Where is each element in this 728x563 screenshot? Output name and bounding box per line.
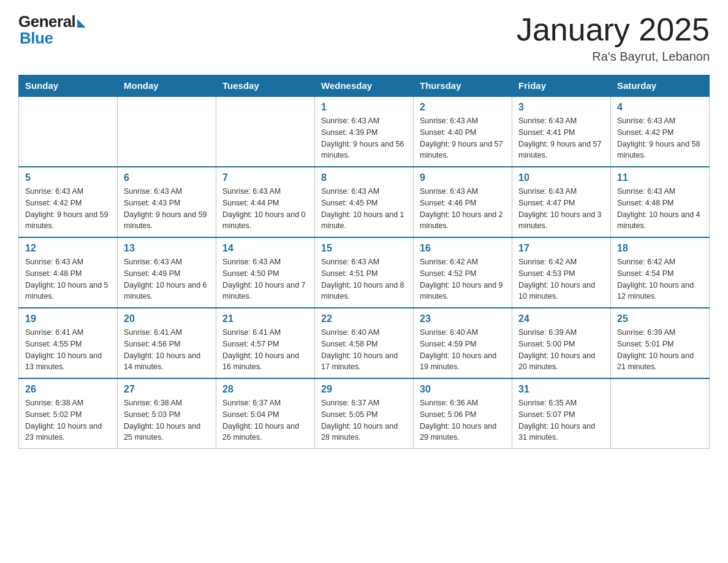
- calendar-week-row: 5Sunrise: 6:43 AM Sunset: 4:42 PM Daylig…: [19, 167, 710, 237]
- calendar-cell: [19, 96, 118, 167]
- weekday-header-tuesday: Tuesday: [216, 75, 315, 97]
- day-number: 1: [321, 102, 407, 113]
- calendar-cell: 22Sunrise: 6:40 AM Sunset: 4:58 PM Dayli…: [315, 308, 414, 378]
- day-info: Sunrise: 6:42 AM Sunset: 4:52 PM Dayligh…: [420, 256, 506, 302]
- day-info: Sunrise: 6:43 AM Sunset: 4:43 PM Dayligh…: [124, 186, 210, 232]
- day-number: 13: [124, 243, 210, 254]
- day-info: Sunrise: 6:43 AM Sunset: 4:44 PM Dayligh…: [222, 186, 308, 232]
- calendar-cell: 6Sunrise: 6:43 AM Sunset: 4:43 PM Daylig…: [118, 167, 216, 237]
- day-info: Sunrise: 6:41 AM Sunset: 4:57 PM Dayligh…: [222, 327, 308, 373]
- day-number: 15: [321, 243, 407, 254]
- calendar-week-row: 1Sunrise: 6:43 AM Sunset: 4:39 PM Daylig…: [19, 96, 710, 167]
- calendar-cell: 7Sunrise: 6:43 AM Sunset: 4:44 PM Daylig…: [216, 167, 315, 237]
- day-number: 22: [321, 313, 407, 324]
- day-info: Sunrise: 6:36 AM Sunset: 5:06 PM Dayligh…: [420, 397, 506, 443]
- day-info: Sunrise: 6:43 AM Sunset: 4:42 PM Dayligh…: [617, 115, 703, 161]
- calendar-cell: 3Sunrise: 6:43 AM Sunset: 4:41 PM Daylig…: [512, 96, 611, 167]
- day-info: Sunrise: 6:42 AM Sunset: 4:53 PM Dayligh…: [518, 256, 604, 302]
- day-info: Sunrise: 6:43 AM Sunset: 4:50 PM Dayligh…: [222, 256, 308, 302]
- weekday-header-sunday: Sunday: [19, 75, 118, 97]
- calendar-week-row: 19Sunrise: 6:41 AM Sunset: 4:55 PM Dayli…: [19, 308, 710, 378]
- calendar-cell: 24Sunrise: 6:39 AM Sunset: 5:00 PM Dayli…: [512, 308, 611, 378]
- page-header: General Blue January 2025 Ra's Bayrut, L…: [18, 12, 710, 64]
- day-number: 28: [222, 384, 308, 395]
- day-number: 4: [617, 102, 703, 113]
- calendar-cell: 11Sunrise: 6:43 AM Sunset: 4:48 PM Dayli…: [611, 167, 710, 237]
- day-number: 14: [222, 243, 308, 254]
- day-number: 18: [617, 243, 703, 254]
- calendar-cell: 15Sunrise: 6:43 AM Sunset: 4:51 PM Dayli…: [315, 237, 414, 308]
- day-info: Sunrise: 6:43 AM Sunset: 4:51 PM Dayligh…: [321, 256, 407, 302]
- day-number: 20: [124, 313, 210, 324]
- day-info: Sunrise: 6:43 AM Sunset: 4:40 PM Dayligh…: [420, 115, 506, 161]
- calendar-cell: 10Sunrise: 6:43 AM Sunset: 4:47 PM Dayli…: [512, 167, 611, 237]
- day-number: 23: [420, 313, 506, 324]
- calendar-cell: 28Sunrise: 6:37 AM Sunset: 5:04 PM Dayli…: [216, 378, 315, 449]
- calendar-cell: [118, 96, 216, 167]
- day-info: Sunrise: 6:43 AM Sunset: 4:42 PM Dayligh…: [25, 186, 111, 232]
- logo-blue-text: Blue: [18, 29, 53, 48]
- day-info: Sunrise: 6:38 AM Sunset: 5:03 PM Dayligh…: [124, 397, 210, 443]
- day-number: 6: [124, 172, 210, 183]
- calendar-cell: 14Sunrise: 6:43 AM Sunset: 4:50 PM Dayli…: [216, 237, 315, 308]
- calendar-cell: 18Sunrise: 6:42 AM Sunset: 4:54 PM Dayli…: [611, 237, 710, 308]
- calendar-cell: 23Sunrise: 6:40 AM Sunset: 4:59 PM Dayli…: [414, 308, 512, 378]
- day-number: 2: [420, 102, 506, 113]
- calendar-cell: 27Sunrise: 6:38 AM Sunset: 5:03 PM Dayli…: [118, 378, 216, 449]
- calendar-cell: 31Sunrise: 6:35 AM Sunset: 5:07 PM Dayli…: [512, 378, 611, 449]
- calendar-header-row: SundayMondayTuesdayWednesdayThursdayFrid…: [19, 75, 710, 97]
- day-info: Sunrise: 6:38 AM Sunset: 5:02 PM Dayligh…: [25, 397, 111, 443]
- day-info: Sunrise: 6:41 AM Sunset: 4:56 PM Dayligh…: [124, 327, 210, 373]
- calendar-cell: 26Sunrise: 6:38 AM Sunset: 5:02 PM Dayli…: [19, 378, 118, 449]
- calendar-cell: 8Sunrise: 6:43 AM Sunset: 4:45 PM Daylig…: [315, 167, 414, 237]
- day-info: Sunrise: 6:43 AM Sunset: 4:49 PM Dayligh…: [124, 256, 210, 302]
- day-number: 12: [25, 243, 111, 254]
- day-info: Sunrise: 6:37 AM Sunset: 5:04 PM Dayligh…: [222, 397, 308, 443]
- day-info: Sunrise: 6:43 AM Sunset: 4:48 PM Dayligh…: [25, 256, 111, 302]
- day-number: 26: [25, 384, 111, 395]
- calendar-cell: 19Sunrise: 6:41 AM Sunset: 4:55 PM Dayli…: [19, 308, 118, 378]
- calendar-cell: [216, 96, 315, 167]
- day-number: 25: [617, 313, 703, 324]
- day-info: Sunrise: 6:41 AM Sunset: 4:55 PM Dayligh…: [25, 327, 111, 373]
- day-info: Sunrise: 6:43 AM Sunset: 4:39 PM Dayligh…: [321, 115, 407, 161]
- calendar-cell: 1Sunrise: 6:43 AM Sunset: 4:39 PM Daylig…: [315, 96, 414, 167]
- day-number: 29: [321, 384, 407, 395]
- calendar-week-row: 12Sunrise: 6:43 AM Sunset: 4:48 PM Dayli…: [19, 237, 710, 308]
- day-info: Sunrise: 6:40 AM Sunset: 4:59 PM Dayligh…: [420, 327, 506, 373]
- day-number: 11: [617, 172, 703, 183]
- location-title: Ra's Bayrut, Lebanon: [517, 50, 710, 64]
- calendar-cell: 4Sunrise: 6:43 AM Sunset: 4:42 PM Daylig…: [611, 96, 710, 167]
- day-info: Sunrise: 6:35 AM Sunset: 5:07 PM Dayligh…: [518, 397, 604, 443]
- day-number: 30: [420, 384, 506, 395]
- day-info: Sunrise: 6:37 AM Sunset: 5:05 PM Dayligh…: [321, 397, 407, 443]
- calendar-cell: 20Sunrise: 6:41 AM Sunset: 4:56 PM Dayli…: [118, 308, 216, 378]
- calendar-cell: 29Sunrise: 6:37 AM Sunset: 5:05 PM Dayli…: [315, 378, 414, 449]
- calendar-cell: 21Sunrise: 6:41 AM Sunset: 4:57 PM Dayli…: [216, 308, 315, 378]
- day-info: Sunrise: 6:43 AM Sunset: 4:41 PM Dayligh…: [518, 115, 604, 161]
- logo-triangle-icon: [77, 19, 86, 28]
- day-number: 8: [321, 172, 407, 183]
- calendar-cell: 25Sunrise: 6:39 AM Sunset: 5:01 PM Dayli…: [611, 308, 710, 378]
- calendar-cell: 16Sunrise: 6:42 AM Sunset: 4:52 PM Dayli…: [414, 237, 512, 308]
- day-info: Sunrise: 6:40 AM Sunset: 4:58 PM Dayligh…: [321, 327, 407, 373]
- calendar-cell: 13Sunrise: 6:43 AM Sunset: 4:49 PM Dayli…: [118, 237, 216, 308]
- day-info: Sunrise: 6:42 AM Sunset: 4:54 PM Dayligh…: [617, 256, 703, 302]
- weekday-header-thursday: Thursday: [414, 75, 512, 97]
- calendar-cell: 30Sunrise: 6:36 AM Sunset: 5:06 PM Dayli…: [414, 378, 512, 449]
- calendar-week-row: 26Sunrise: 6:38 AM Sunset: 5:02 PM Dayli…: [19, 378, 710, 449]
- day-info: Sunrise: 6:39 AM Sunset: 5:00 PM Dayligh…: [518, 327, 604, 373]
- day-number: 24: [518, 313, 604, 324]
- weekday-header-friday: Friday: [512, 75, 611, 97]
- day-number: 19: [25, 313, 111, 324]
- weekday-header-saturday: Saturday: [611, 75, 710, 97]
- day-number: 10: [518, 172, 604, 183]
- day-info: Sunrise: 6:39 AM Sunset: 5:01 PM Dayligh…: [617, 327, 703, 373]
- day-number: 16: [420, 243, 506, 254]
- day-number: 9: [420, 172, 506, 183]
- day-number: 31: [518, 384, 604, 395]
- calendar-table: SundayMondayTuesdayWednesdayThursdayFrid…: [18, 75, 710, 449]
- day-info: Sunrise: 6:43 AM Sunset: 4:46 PM Dayligh…: [420, 186, 506, 232]
- logo: General Blue: [18, 12, 86, 48]
- calendar-cell: 17Sunrise: 6:42 AM Sunset: 4:53 PM Dayli…: [512, 237, 611, 308]
